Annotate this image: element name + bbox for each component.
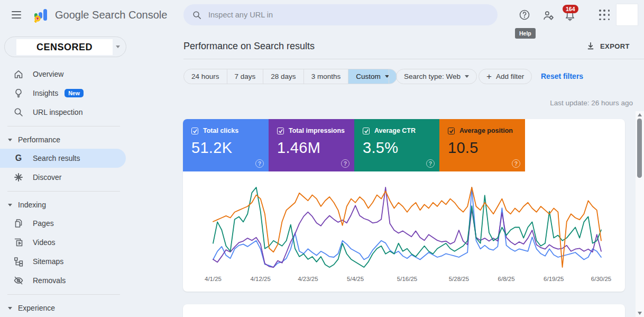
x-axis-label: 6/19/25 (544, 276, 564, 282)
chip-custom[interactable]: Custom (348, 69, 397, 84)
notification-count-badge: 164 (563, 5, 578, 13)
metric-value: 1.46M (277, 139, 346, 157)
sidebar-item-overview[interactable]: Overview (0, 65, 126, 84)
next-section-panel (183, 304, 625, 317)
pages-icon (13, 218, 24, 229)
profile-avatar[interactable] (617, 4, 638, 25)
google-apps-grid-icon[interactable] (599, 10, 610, 21)
metric-cards-row: Total clicks 51.2K ? Total impressions 1… (183, 119, 625, 171)
checkbox-checked-icon[interactable] (448, 128, 455, 134)
page-title: Performance on Search results (183, 41, 315, 52)
scroll-up-arrow-icon[interactable] (638, 113, 642, 116)
x-axis-label: 4/23/25 (298, 276, 318, 282)
reset-filters-link[interactable]: Reset filters (541, 72, 583, 80)
sidebar-section-experience[interactable]: Experience (0, 299, 137, 317)
scrollbar[interactable] (636, 111, 644, 317)
date-range-chip-group: 24 hours 7 days 28 days 3 months Custom (183, 69, 397, 84)
sidebar-divider (7, 126, 120, 126)
chevron-down-icon (465, 75, 469, 78)
x-axis-label: 5/28/25 (449, 276, 469, 282)
search-type-chip[interactable]: Search type: Web (396, 69, 477, 84)
performance-panel: Total clicks 51.2K ? Total impressions 1… (183, 119, 625, 292)
search-icon (13, 107, 24, 117)
download-icon (586, 41, 595, 51)
help-tooltip: Help (515, 28, 536, 39)
eye-off-icon (13, 275, 24, 286)
property-selector[interactable]: CENSORED (4, 37, 126, 57)
chip-28-days[interactable]: 28 days (263, 69, 303, 84)
divider (183, 59, 644, 59)
chip-3-months[interactable]: 3 months (304, 69, 349, 84)
plus-icon: + (486, 72, 492, 81)
metric-value: 51.2K (191, 139, 260, 157)
search-icon (192, 10, 202, 20)
home-icon (13, 69, 24, 79)
chevron-down-icon (8, 139, 12, 141)
export-button[interactable]: EXPORT (586, 41, 630, 51)
x-axis-label: 5/16/25 (397, 276, 417, 282)
scroll-down-arrow-icon[interactable] (638, 312, 642, 315)
x-axis-label: 6/8/25 (498, 276, 515, 282)
sidebar-divider (7, 294, 120, 295)
x-axis-label: 6/30/25 (591, 276, 611, 282)
divider (389, 69, 389, 84)
sidebar-item-pages[interactable]: Pages (0, 214, 126, 233)
chip-7-days[interactable]: 7 days (227, 69, 264, 84)
property-name: CENSORED (16, 39, 113, 55)
x-axis-label: 4/12/25 (251, 276, 271, 282)
chevron-down-icon (8, 204, 12, 206)
sidebar-item-videos[interactable]: Videos (0, 233, 126, 252)
new-badge: New (65, 89, 84, 97)
metric-value: 10.5 (448, 139, 517, 157)
sidebar-item-discover[interactable]: Discover (0, 168, 126, 187)
help-circle-icon[interactable]: ? (341, 159, 349, 168)
performance-chart[interactable]: 4/1/254/12/254/23/255/4/255/16/255/28/25… (183, 171, 625, 292)
sidebar-item-removals[interactable]: Removals (0, 271, 126, 290)
sidebar-item-sitemaps[interactable]: Sitemaps (0, 252, 126, 271)
scrollbar-thumb[interactable] (637, 119, 642, 178)
help-circle-icon[interactable]: ? (426, 159, 435, 168)
sidebar-item-insights[interactable]: Insights New (0, 84, 126, 103)
url-inspect-searchbar[interactable] (183, 4, 498, 25)
person-gear-icon (542, 10, 555, 22)
help-icon (519, 9, 530, 21)
metric-card[interactable]: Average position 10.5 ? (439, 119, 525, 171)
metric-card[interactable]: Total impressions 1.46M ? (269, 119, 354, 171)
sidebar-section-indexing[interactable]: Indexing (0, 196, 137, 214)
metric-card[interactable]: Total clicks 51.2K ? (183, 119, 269, 171)
checkbox-checked-icon[interactable] (363, 128, 370, 134)
sidebar-divider (7, 191, 120, 192)
lightbulb-icon (13, 88, 24, 98)
chip-24-hours[interactable]: 24 hours (184, 69, 227, 84)
sidebar-item-search-results[interactable]: G Search results (0, 149, 126, 168)
product-name: Google Search Console (55, 9, 167, 21)
help-circle-icon[interactable]: ? (512, 159, 520, 168)
series-line-total-clicks (213, 187, 601, 267)
google-g-icon: G (13, 153, 24, 163)
help-circle-icon[interactable]: ? (255, 159, 264, 168)
asterisk-icon (13, 172, 24, 183)
sidebar-item-url-inspection[interactable]: URL inspection (0, 103, 126, 122)
add-filter-chip[interactable]: + Add filter (479, 69, 532, 84)
x-axis-label: 5/4/25 (347, 276, 364, 282)
x-axis-label: 4/1/25 (205, 276, 222, 282)
sidebar-nav: Overview Insights New URL inspection Per… (0, 65, 137, 317)
checkbox-checked-icon[interactable] (277, 128, 284, 134)
metric-value: 3.5% (363, 139, 431, 157)
user-settings-button[interactable] (542, 9, 555, 22)
sidebar-section-performance[interactable]: Performance (0, 131, 137, 149)
sitemap-tree-icon (13, 256, 24, 267)
checkbox-checked-icon[interactable] (191, 128, 198, 134)
chevron-down-icon (8, 307, 12, 310)
metric-card[interactable]: Average CTR 3.5% ? (354, 119, 439, 171)
app-logo[interactable]: Google Search Console (33, 5, 167, 24)
video-icon (13, 237, 24, 248)
chevron-down-icon (116, 46, 120, 48)
url-inspect-input[interactable] (208, 11, 489, 19)
help-button[interactable] (518, 8, 531, 21)
menu-hamburger-icon[interactable] (11, 10, 22, 20)
search-console-logo-icon (33, 6, 50, 23)
last-update-text: Last update: 26 hours ago (474, 99, 633, 107)
